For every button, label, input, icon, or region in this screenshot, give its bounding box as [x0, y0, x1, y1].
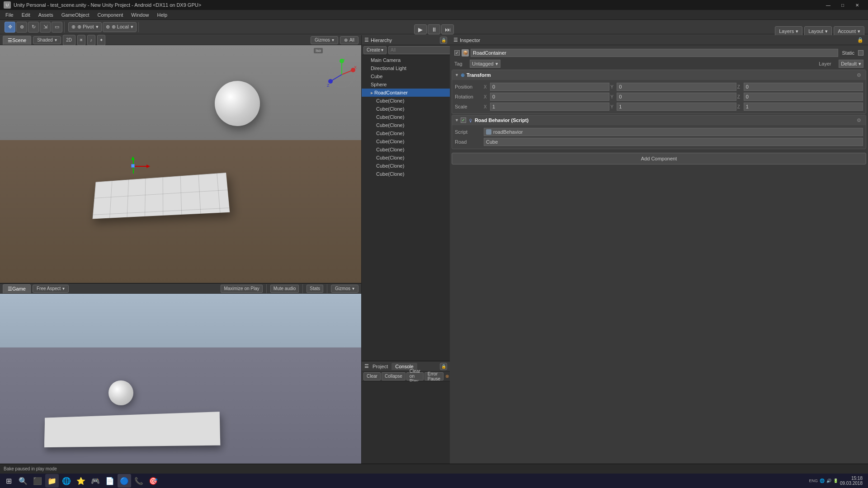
- menu-help[interactable]: Help: [153, 11, 171, 19]
- file-explorer-icon[interactable]: 📁: [45, 474, 59, 488]
- bottom-lock-icon[interactable]: 🔒: [440, 363, 447, 370]
- position-x-input[interactable]: [490, 83, 609, 91]
- all-label: All: [349, 38, 354, 42]
- scene-tab[interactable]: ☰ Scene: [3, 36, 31, 45]
- menu-component[interactable]: Component: [94, 11, 127, 19]
- favorites-icon[interactable]: ⭐: [74, 474, 88, 488]
- close-button[interactable]: ✕: [850, 0, 864, 10]
- road-behavior-enabled-checkbox[interactable]: [461, 117, 466, 123]
- transform-component-header[interactable]: ▼ ⊕ Transform ⚙: [452, 70, 866, 80]
- tag-dropdown[interactable]: Untagged ▾: [470, 60, 500, 68]
- gizmo-x-arrow: [146, 164, 150, 168]
- rotation-z-input[interactable]: [744, 93, 863, 101]
- target-icon[interactable]: 🎯: [146, 474, 160, 488]
- hierarchy-item-cube-clone-7[interactable]: Cube(Clone): [362, 145, 450, 154]
- add-component-button[interactable]: Add Component: [452, 153, 866, 164]
- aspect-dropdown[interactable]: Free Aspect ▾: [33, 285, 69, 293]
- all-dropdown[interactable]: ⊕ All: [340, 36, 359, 44]
- menu-assets[interactable]: Assets: [35, 11, 57, 19]
- document-icon[interactable]: 📄: [103, 474, 117, 488]
- object-name-input[interactable]: [471, 49, 838, 57]
- layer-dropdown[interactable]: Default ▾: [839, 60, 863, 68]
- road-behavior-header[interactable]: ▼ ⧬ Road Behavior (Script) ⚙: [452, 115, 866, 125]
- step-button[interactable]: ⏭: [441, 24, 454, 34]
- start-button[interactable]: ⊞: [2, 474, 15, 488]
- account-dropdown[interactable]: Account ▾: [834, 26, 864, 36]
- minimize-button[interactable]: —: [821, 0, 835, 10]
- transform-settings-icon[interactable]: ⚙: [855, 71, 863, 79]
- scale-x-input[interactable]: [490, 103, 609, 111]
- game-tab[interactable]: ☰ Game: [3, 284, 31, 293]
- menu-gameobject[interactable]: GameObject: [58, 11, 93, 19]
- hierarchy-item-main-camera[interactable]: Main Camera: [362, 56, 450, 64]
- layers-dropdown[interactable]: Layers ▾: [775, 26, 802, 36]
- scene-audio-icon[interactable]: ♪: [87, 35, 95, 46]
- inspector-lock-button[interactable]: 🔒: [856, 36, 864, 44]
- clear-button[interactable]: Clear: [363, 372, 381, 380]
- scale-z-input[interactable]: [744, 103, 863, 111]
- hierarchy-item-cube-clone-1[interactable]: Cube(Clone): [362, 97, 450, 105]
- menu-window[interactable]: Window: [127, 11, 152, 19]
- hierarchy-item-cube-clone-3[interactable]: Cube(Clone): [362, 113, 450, 121]
- hierarchy-create-button[interactable]: Create ▾: [363, 46, 387, 54]
- scene-fx-icon[interactable]: ✦: [97, 35, 105, 46]
- hierarchy-search-input[interactable]: [388, 46, 450, 54]
- phone-icon[interactable]: 📞: [132, 474, 146, 488]
- mute-audio-button[interactable]: Mute audio: [270, 285, 299, 293]
- scale-tool[interactable]: ⇲: [40, 22, 51, 33]
- hierarchy-item-cube-clone-5[interactable]: Cube(Clone): [362, 129, 450, 137]
- maximize-button[interactable]: □: [835, 0, 850, 10]
- game-icon[interactable]: 🎮: [89, 474, 102, 488]
- hand-tool[interactable]: ✥: [5, 22, 15, 33]
- maximize-play-button[interactable]: Maximize on Play: [221, 285, 262, 293]
- rotation-x-input[interactable]: [490, 93, 609, 101]
- hierarchy-item-sphere[interactable]: Sphere: [362, 80, 450, 89]
- hierarchy-item-cube-clone-9[interactable]: Cube(Clone): [362, 162, 450, 170]
- hierarchy-item-directional-light[interactable]: Directional Light: [362, 64, 450, 72]
- stats-button[interactable]: Stats: [307, 285, 323, 293]
- static-text-label: Static: [840, 50, 856, 56]
- static-checkbox[interactable]: [858, 50, 863, 56]
- task-view-button[interactable]: ⬛: [31, 474, 44, 488]
- rotate-tool[interactable]: ↻: [28, 22, 39, 33]
- clear-play-button[interactable]: Clear on Play: [406, 372, 424, 380]
- scale-y-input[interactable]: [617, 103, 736, 111]
- layout-dropdown[interactable]: Layout ▾: [804, 26, 832, 36]
- pause-button[interactable]: ⏸: [428, 24, 440, 34]
- road-value-field[interactable]: Cube: [484, 138, 863, 146]
- hierarchy-item-cube-clone-6[interactable]: Cube(Clone): [362, 137, 450, 145]
- scene-view[interactable]: X Y Z Iso: [0, 45, 361, 283]
- game-gizmos-dropdown[interactable]: Gizmos ▾: [331, 285, 359, 293]
- shaded-dropdown[interactable]: Shaded ▾: [33, 36, 61, 44]
- hierarchy-item-cube-clone-4[interactable]: Cube(Clone): [362, 121, 450, 129]
- game-view[interactable]: [0, 294, 361, 474]
- hierarchy-item-cube[interactable]: Cube: [362, 72, 450, 80]
- rect-tool[interactable]: ▭: [52, 22, 62, 33]
- script-value-field[interactable]: roadBehavior: [484, 128, 863, 136]
- rotation-y-input[interactable]: [617, 93, 736, 101]
- position-y-input[interactable]: [617, 83, 736, 91]
- search-button[interactable]: 🔍: [16, 474, 30, 488]
- unity-taskbar-icon[interactable]: 🔵: [118, 474, 131, 488]
- browser-icon[interactable]: 🌐: [60, 474, 73, 488]
- scene-light-icon[interactable]: ☀: [77, 35, 85, 46]
- road-behavior-settings-icon[interactable]: ⚙: [855, 116, 863, 124]
- position-z-input[interactable]: [744, 83, 863, 91]
- hierarchy-lock-icon[interactable]: 🔒: [440, 37, 447, 44]
- move-tool[interactable]: ⊕: [16, 22, 27, 33]
- hierarchy-item-road-container[interactable]: ▸ RoadContainer: [362, 89, 450, 97]
- menu-edit[interactable]: Edit: [18, 11, 34, 19]
- hierarchy-item-cube-clone-10[interactable]: Cube(Clone): [362, 170, 450, 178]
- play-button[interactable]: ▶: [414, 24, 427, 34]
- gizmos-dropdown[interactable]: Gizmos ▾: [311, 36, 338, 44]
- pivot-dropdown[interactable]: ⊕ ⊕ Pivot ▾: [68, 22, 102, 32]
- local-dropdown[interactable]: ⊕ ⊕ Local ▾: [103, 22, 137, 32]
- hierarchy-item-cube-clone-2[interactable]: Cube(Clone): [362, 105, 450, 113]
- project-tab[interactable]: Project: [369, 363, 392, 370]
- 2d-button[interactable]: 2D: [63, 35, 75, 46]
- object-active-checkbox[interactable]: [454, 50, 460, 56]
- hierarchy-item-cube-clone-8[interactable]: Cube(Clone): [362, 154, 450, 162]
- error-pause-button[interactable]: Error Pause: [425, 372, 443, 380]
- collapse-button[interactable]: Collapse: [382, 372, 406, 380]
- menu-file[interactable]: File: [2, 11, 17, 19]
